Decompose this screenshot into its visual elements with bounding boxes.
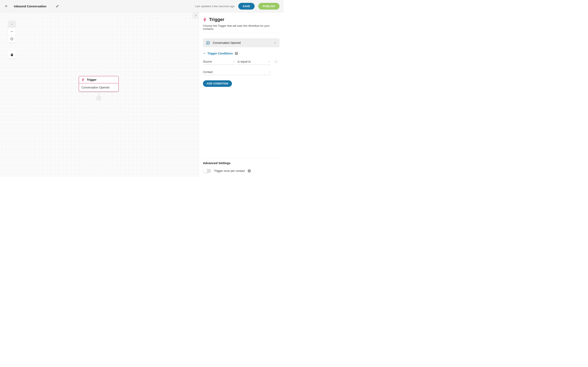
- edit-title-button[interactable]: [55, 4, 60, 8]
- help-icon[interactable]: ?: [248, 169, 251, 173]
- chevron-down-icon: [233, 60, 235, 63]
- condition-row-line2: Contact: [203, 69, 279, 75]
- condition-row-line1: Source is equal to: [203, 59, 279, 65]
- chevron-down-icon: [274, 42, 277, 44]
- trigger-once-toggle[interactable]: [203, 169, 211, 173]
- trigger-once-row: Trigger once per contact ?: [203, 169, 279, 173]
- toggle-knob: [203, 169, 208, 173]
- save-button[interactable]: SAVE: [238, 3, 255, 9]
- panel-header: Trigger: [203, 17, 279, 22]
- publish-button[interactable]: PUBLISH: [258, 3, 279, 9]
- app-header: Inbound Conversation Last updated a few …: [0, 0, 284, 12]
- trigger-node-title: Trigger: [87, 78, 96, 81]
- chevron-right-icon: [194, 14, 198, 17]
- panel-description: Choose the Trigger that will start this …: [203, 24, 279, 30]
- condition-value-value: Contact: [203, 70, 213, 74]
- chevron-down-icon: [203, 52, 206, 55]
- recenter-button[interactable]: [8, 35, 16, 43]
- header-right: Last updated a few seconds ago SAVE PUBL…: [195, 3, 279, 9]
- collapse-panel-handle[interactable]: [192, 12, 199, 18]
- close-icon: [275, 60, 277, 63]
- zoom-in-button[interactable]: [8, 21, 16, 28]
- crosshair-icon: [10, 37, 14, 41]
- main-area: Trigger Conversation Opened Trigger Choo…: [0, 12, 284, 177]
- panel-footer: Advanced Settings Trigger once per conta…: [203, 158, 279, 173]
- lightning-icon: [203, 17, 207, 22]
- last-updated-text: Last updated a few seconds ago: [195, 5, 234, 8]
- page-title: Inbound Conversation: [14, 4, 46, 8]
- svg-point-0: [11, 38, 13, 40]
- trigger-panel: Trigger Choose the Trigger that will sta…: [199, 12, 284, 177]
- plus-icon: [98, 97, 100, 100]
- conversation-opened-icon: [206, 41, 210, 45]
- node-connector-line: [99, 92, 99, 96]
- arrow-left-icon: [4, 4, 9, 8]
- chevron-down-icon: [268, 60, 270, 63]
- trigger-once-label: Trigger once per contact: [214, 169, 245, 173]
- pan-tool-button[interactable]: [8, 51, 16, 58]
- trigger-conditions-label: Trigger Conditions: [208, 52, 233, 55]
- remove-condition-button[interactable]: [274, 59, 278, 64]
- trigger-type-selector[interactable]: Conversation Opened: [203, 38, 279, 47]
- header-left: Inbound Conversation: [4, 4, 60, 8]
- workflow-canvas[interactable]: Trigger Conversation Opened: [0, 12, 199, 177]
- condition-field-value: Source: [203, 60, 212, 63]
- zoom-out-button[interactable]: [8, 28, 16, 35]
- condition-field-select[interactable]: Source: [203, 59, 235, 65]
- trigger-node-header: Trigger: [79, 76, 118, 83]
- advanced-settings-title: Advanced Settings: [203, 161, 279, 165]
- trigger-node-body: Conversation Opened: [79, 83, 118, 92]
- chevron-down-icon: [269, 71, 271, 73]
- add-condition-button[interactable]: ADD CONDITION: [203, 80, 232, 87]
- condition-operator-value: is equal to: [238, 60, 251, 63]
- minus-icon: [10, 30, 13, 33]
- back-button[interactable]: [4, 4, 9, 8]
- trigger-node[interactable]: Trigger Conversation Opened: [79, 76, 119, 92]
- footer-divider: [203, 158, 279, 158]
- zoom-controls: [8, 21, 16, 43]
- panel-title: Trigger: [209, 17, 224, 22]
- help-icon[interactable]: ?: [235, 52, 238, 55]
- trigger-type-label: Conversation Opened: [213, 41, 241, 44]
- lightning-icon: [81, 78, 85, 81]
- condition-operator-select[interactable]: is equal to: [238, 59, 270, 65]
- add-step-button[interactable]: [96, 96, 101, 100]
- plus-icon: [10, 23, 13, 26]
- condition-row: Source is equal to Contact: [203, 59, 279, 75]
- pencil-icon: [56, 4, 59, 8]
- condition-value-select[interactable]: Contact: [203, 69, 271, 75]
- hand-icon: [10, 53, 14, 57]
- trigger-conditions-toggle[interactable]: Trigger Conditions ?: [203, 52, 279, 55]
- panel-divider: [203, 33, 279, 33]
